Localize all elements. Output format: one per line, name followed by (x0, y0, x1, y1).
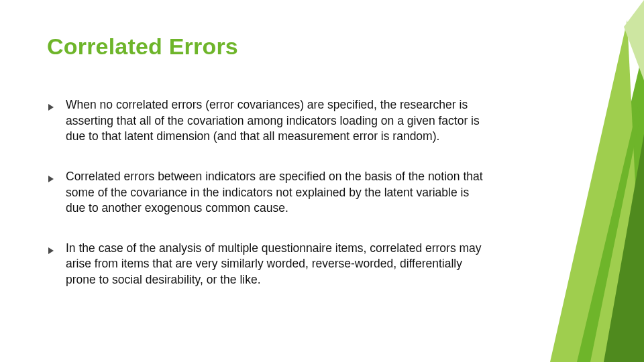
bullet-text: In the case of the analysis of multiple … (66, 241, 482, 286)
slide: Correlated Errors When no correlated err… (0, 0, 644, 362)
svg-marker-7 (577, 107, 641, 362)
bullet-list: When no correlated errors (error covaria… (47, 97, 490, 288)
svg-marker-3 (570, 47, 644, 362)
svg-marker-6 (624, 0, 644, 80)
svg-marker-1 (48, 176, 54, 182)
svg-marker-5 (604, 134, 644, 362)
bullet-arrow-icon (47, 100, 55, 108)
svg-marker-4 (550, 20, 644, 362)
bullet-arrow-icon (47, 172, 55, 180)
bullet-arrow-icon (47, 243, 55, 251)
slide-title: Correlated Errors (47, 34, 597, 60)
bullet-text: Correlated errors between indicators are… (66, 170, 483, 215)
svg-marker-2 (48, 247, 54, 254)
list-item: When no correlated errors (error covaria… (47, 97, 490, 145)
list-item: In the case of the analysis of multiple … (47, 241, 490, 288)
list-item: Correlated errors between indicators are… (47, 169, 490, 217)
svg-marker-0 (48, 104, 54, 111)
bullet-text: When no correlated errors (error covaria… (66, 98, 480, 143)
